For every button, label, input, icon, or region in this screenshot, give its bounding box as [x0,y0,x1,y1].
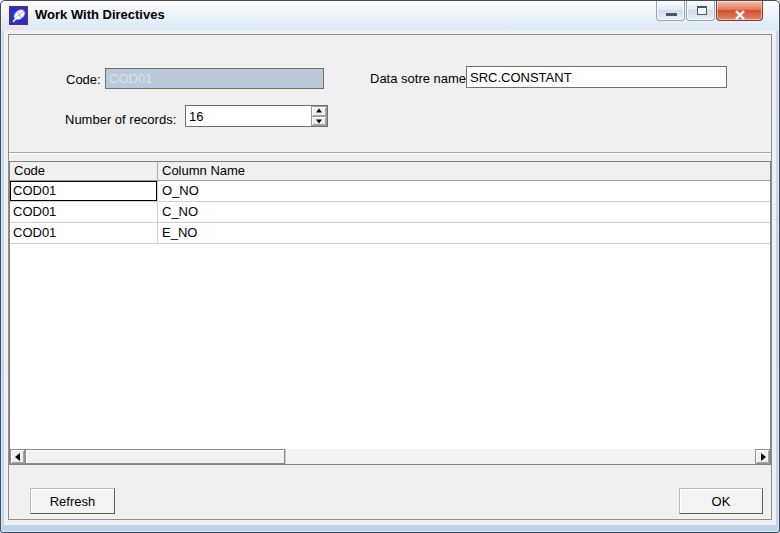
table-cell-column-name[interactable]: O_NO [158,181,770,201]
close-icon [734,6,745,16]
spinner [311,106,327,126]
ok-button[interactable]: OK [679,488,763,514]
arrow-left-icon [15,453,20,461]
records-field[interactable] [185,105,328,127]
arrow-up-icon [316,109,322,113]
form-section: Code: Data sotre name: Number of records… [9,35,771,153]
arrow-down-icon [316,119,322,123]
minimize-icon [666,13,677,16]
arrow-right-icon [761,453,766,461]
table-row[interactable]: COD01 C_NO [10,202,770,223]
scrollbar-track[interactable] [25,449,755,464]
table-cell-column-name[interactable]: E_NO [158,223,770,243]
records-stepper [185,105,328,127]
window: Work With Directives Code: [0,0,780,533]
scroll-left-button[interactable] [10,449,25,464]
restore-button[interactable] [686,1,715,21]
table-cell-column-name[interactable]: C_NO [158,202,770,222]
directives-table: Code Column Name COD01 O_NO COD01 C_NO C… [9,161,771,465]
main-panel: Code: Data sotre name: Number of records… [8,34,772,520]
spin-down-button[interactable] [311,117,327,127]
code-label: Code: [66,72,101,87]
caption-buttons [656,1,763,21]
column-header-code[interactable]: Code [10,162,158,180]
table-header: Code Column Name [10,162,770,181]
table-row[interactable]: COD01 O_NO [10,181,770,202]
table-cell-code[interactable]: COD01 [10,202,158,222]
window-title: Work With Directives [35,1,165,29]
minimize-button[interactable] [656,1,685,21]
table-cell-code[interactable]: COD01 [10,223,158,243]
refresh-button[interactable]: Refresh [30,488,115,514]
records-label: Number of records: [65,112,176,127]
spin-up-button[interactable] [311,106,327,117]
scrollbar-thumb[interactable] [25,449,285,464]
datastore-label: Data sotre name: [370,71,470,86]
client-area: Code: Data sotre name: Number of records… [4,30,776,525]
close-button[interactable] [716,1,763,21]
restore-icon [697,6,707,15]
table-row[interactable]: COD01 E_NO [10,223,770,244]
satellite-dish-icon [9,6,28,25]
datastore-field[interactable] [466,66,727,88]
table-cell-code[interactable]: COD01 [10,181,158,201]
code-field[interactable] [105,68,324,89]
horizontal-scrollbar[interactable] [10,449,770,464]
titlebar[interactable]: Work With Directives [2,1,778,30]
scroll-right-button[interactable] [755,449,770,464]
column-header-column-name[interactable]: Column Name [158,162,770,180]
